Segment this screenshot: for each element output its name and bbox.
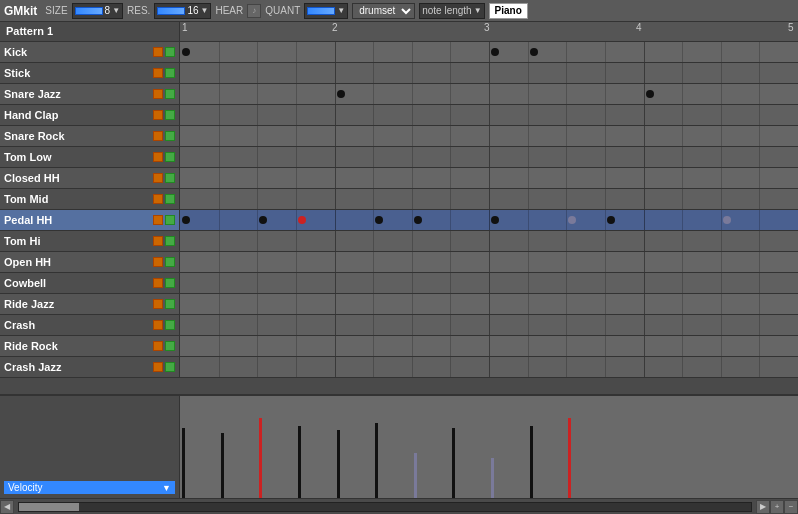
track-mute-button[interactable] xyxy=(153,152,163,162)
track-mute-button[interactable] xyxy=(153,299,163,309)
size-chevron[interactable]: ▼ xyxy=(112,6,120,15)
hear-icon[interactable]: ♪ xyxy=(247,4,261,18)
track-grid[interactable] xyxy=(180,84,798,104)
note-length-chevron[interactable]: ▼ xyxy=(474,6,482,15)
track-grid[interactable] xyxy=(180,357,798,377)
beat-dot[interactable] xyxy=(530,48,538,56)
track-name-cell[interactable]: Crash Jazz xyxy=(0,357,180,377)
track-name-cell[interactable]: Tom Hi xyxy=(0,231,180,251)
track-name-cell[interactable]: Snare Rock xyxy=(0,126,180,146)
beat-dot[interactable] xyxy=(414,216,422,224)
zoom-in-button[interactable]: + xyxy=(770,500,784,514)
track-name-cell[interactable]: Open HH xyxy=(0,252,180,272)
track-mute-button[interactable] xyxy=(153,68,163,78)
velocity-bar[interactable] xyxy=(530,426,533,498)
track-mute-button[interactable] xyxy=(153,47,163,57)
beat-dot[interactable] xyxy=(298,216,306,224)
track-solo-button[interactable] xyxy=(165,215,175,225)
beat-dot[interactable] xyxy=(259,216,267,224)
track-name-cell[interactable]: Pedal HH xyxy=(0,210,180,230)
track-grid[interactable] xyxy=(180,210,798,230)
track-solo-button[interactable] xyxy=(165,47,175,57)
track-name-cell[interactable]: Closed HH xyxy=(0,168,180,188)
track-grid[interactable] xyxy=(180,231,798,251)
track-mute-button[interactable] xyxy=(153,173,163,183)
track-name-cell[interactable]: Ride Jazz xyxy=(0,294,180,314)
track-name-cell[interactable]: Snare Jazz xyxy=(0,84,180,104)
track-solo-button[interactable] xyxy=(165,362,175,372)
velocity-bar[interactable] xyxy=(491,458,494,498)
track-solo-button[interactable] xyxy=(165,278,175,288)
track-grid[interactable] xyxy=(180,168,798,188)
track-solo-button[interactable] xyxy=(165,257,175,267)
track-mute-button[interactable] xyxy=(153,89,163,99)
track-mute-button[interactable] xyxy=(153,215,163,225)
res-control[interactable]: 16 ▼ xyxy=(154,3,211,19)
zoom-out-button[interactable]: − xyxy=(784,500,798,514)
velocity-menu-icon[interactable]: ▼ xyxy=(162,483,171,493)
track-grid[interactable] xyxy=(180,105,798,125)
velocity-bar[interactable] xyxy=(375,423,378,498)
track-grid[interactable] xyxy=(180,126,798,146)
track-solo-button[interactable] xyxy=(165,320,175,330)
scroll-left-button[interactable]: ◀ xyxy=(0,500,14,514)
track-solo-button[interactable] xyxy=(165,110,175,120)
quant-chevron[interactable]: ▼ xyxy=(337,6,345,15)
velocity-bar[interactable] xyxy=(568,418,571,498)
drumset-select[interactable]: drumset xyxy=(352,3,415,19)
track-name-cell[interactable]: Cowbell xyxy=(0,273,180,293)
beat-dot[interactable] xyxy=(491,48,499,56)
track-grid[interactable] xyxy=(180,294,798,314)
velocity-bar[interactable] xyxy=(182,428,185,498)
track-mute-button[interactable] xyxy=(153,278,163,288)
track-grid[interactable] xyxy=(180,63,798,83)
track-grid[interactable] xyxy=(180,336,798,356)
track-name-cell[interactable]: Kick xyxy=(0,42,180,62)
beat-dot[interactable] xyxy=(723,216,731,224)
track-name-cell[interactable]: Stick xyxy=(0,63,180,83)
piano-button[interactable]: Piano xyxy=(489,3,528,19)
beat-dot[interactable] xyxy=(182,48,190,56)
track-mute-button[interactable] xyxy=(153,362,163,372)
track-solo-button[interactable] xyxy=(165,173,175,183)
beat-dot[interactable] xyxy=(491,216,499,224)
velocity-bar[interactable] xyxy=(259,418,262,498)
track-solo-button[interactable] xyxy=(165,341,175,351)
track-name-cell[interactable]: Tom Low xyxy=(0,147,180,167)
track-name-cell[interactable]: Tom Mid xyxy=(0,189,180,209)
velocity-bar[interactable] xyxy=(298,426,301,498)
velocity-bar[interactable] xyxy=(452,428,455,498)
velocity-bar[interactable] xyxy=(414,453,417,498)
track-solo-button[interactable] xyxy=(165,131,175,141)
track-solo-button[interactable] xyxy=(165,152,175,162)
track-mute-button[interactable] xyxy=(153,320,163,330)
res-chevron[interactable]: ▼ xyxy=(201,6,209,15)
track-grid[interactable] xyxy=(180,315,798,335)
track-solo-button[interactable] xyxy=(165,68,175,78)
beat-dot[interactable] xyxy=(607,216,615,224)
track-solo-button[interactable] xyxy=(165,89,175,99)
beat-dot[interactable] xyxy=(182,216,190,224)
quant-control[interactable]: ▼ xyxy=(304,3,348,19)
scroll-right-button[interactable]: ▶ xyxy=(756,500,770,514)
track-mute-button[interactable] xyxy=(153,257,163,267)
track-mute-button[interactable] xyxy=(153,194,163,204)
track-grid[interactable] xyxy=(180,189,798,209)
horizontal-scrollbar[interactable] xyxy=(18,502,752,512)
track-mute-button[interactable] xyxy=(153,236,163,246)
track-name-cell[interactable]: Crash xyxy=(0,315,180,335)
scroll-thumb[interactable] xyxy=(19,503,79,511)
note-length-control[interactable]: note length ▼ xyxy=(419,3,484,19)
track-mute-button[interactable] xyxy=(153,131,163,141)
track-grid[interactable] xyxy=(180,252,798,272)
track-mute-button[interactable] xyxy=(153,110,163,120)
beat-dot[interactable] xyxy=(375,216,383,224)
track-mute-button[interactable] xyxy=(153,341,163,351)
track-grid[interactable] xyxy=(180,147,798,167)
size-control[interactable]: 8 ▼ xyxy=(72,3,123,19)
track-solo-button[interactable] xyxy=(165,194,175,204)
velocity-bar[interactable] xyxy=(221,433,224,498)
track-solo-button[interactable] xyxy=(165,236,175,246)
beat-dot[interactable] xyxy=(646,90,654,98)
track-name-cell[interactable]: Hand Clap xyxy=(0,105,180,125)
